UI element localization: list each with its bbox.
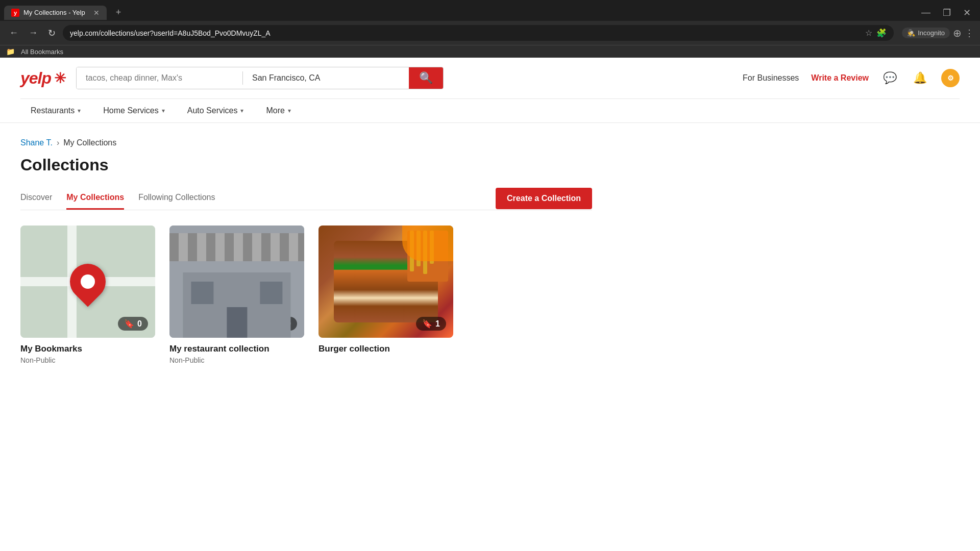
collections-grid: 🔖 0 My Bookmarks Non-Public	[20, 226, 592, 364]
tab-my-collections[interactable]: My Collections	[66, 187, 124, 210]
yelp-logo-star-icon: ✳	[54, 70, 66, 87]
tab-title: My Collections - Yelp	[23, 9, 85, 16]
new-tab-button[interactable]: +	[109, 4, 129, 21]
browser-tab-bar: y My Collections - Yelp ✕ + — ❐ ✕	[0, 0, 980, 21]
address-text: yelp.com/collections/user?userId=A8uJ5Bo…	[70, 29, 861, 37]
store-placeholder	[169, 226, 304, 338]
search-input[interactable]	[77, 67, 242, 89]
active-tab[interactable]: y My Collections - Yelp ✕	[4, 6, 107, 20]
breadcrumb-current: My Collections	[63, 138, 116, 147]
yelp-logo[interactable]: yelp ✳	[20, 69, 66, 88]
bookmark-icon: 🔖	[124, 319, 134, 329]
location-input[interactable]	[243, 67, 409, 89]
incognito-label: Incognito	[918, 29, 945, 37]
collection-bookmark-badge: 🔖 0	[118, 317, 148, 331]
notifications-button[interactable]: 🔔	[911, 69, 929, 87]
nav-label-auto-services: Auto Services	[187, 106, 238, 115]
bookmark-icon: 🔖	[422, 319, 432, 329]
tab-close-button[interactable]: ✕	[93, 9, 100, 17]
nav-label-home-services: Home Services	[103, 106, 158, 115]
star-icon[interactable]: ☆	[865, 28, 872, 38]
avatar-icon: ⚙	[947, 74, 954, 82]
collection-name: My restaurant collection	[169, 344, 304, 354]
forward-button[interactable]: →	[26, 26, 41, 40]
map-pin-circle	[63, 257, 113, 307]
chevron-down-icon: ▾	[162, 107, 165, 114]
collection-thumbnail: 🔖 1	[318, 226, 453, 338]
breadcrumb: Shane T. › My Collections	[20, 138, 592, 147]
tab-favicon: y	[11, 9, 19, 17]
breadcrumb-separator: ›	[57, 138, 59, 147]
bookmarks-label[interactable]: All Bookmarks	[21, 48, 63, 56]
collection-name: Burger collection	[318, 344, 453, 354]
close-button[interactable]: ✕	[958, 5, 976, 20]
reload-button[interactable]: ↻	[45, 26, 59, 41]
chevron-down-icon: ▾	[78, 107, 81, 114]
browser-menu-icon[interactable]: ⋮	[965, 28, 974, 39]
nav-item-auto-services[interactable]: Auto Services ▾	[177, 99, 254, 122]
site-header: yelp ✳ 🔍 For Businesses Write a Review 💬…	[0, 58, 980, 123]
nav-item-home-services[interactable]: Home Services ▾	[93, 99, 175, 122]
window-controls: — ❐ ✕	[916, 5, 980, 20]
collection-count: 1	[435, 319, 440, 329]
search-button[interactable]: 🔍	[409, 67, 443, 89]
site-nav: Restaurants ▾ Home Services ▾ Auto Servi…	[20, 98, 960, 122]
collection-bookmark-badge: 🔖 1	[416, 317, 446, 331]
tab-discover[interactable]: Discover	[20, 187, 52, 210]
chat-icon-button[interactable]: 💬	[881, 69, 899, 87]
map-pin-inner	[81, 274, 95, 289]
collection-privacy: Non-Public	[169, 356, 304, 364]
yelp-logo-text: yelp	[20, 69, 51, 88]
nav-item-restaurants[interactable]: Restaurants ▾	[20, 99, 91, 122]
header-top: yelp ✳ 🔍 For Businesses Write a Review 💬…	[20, 58, 960, 98]
bookmarks-bar: 📁 All Bookmarks	[0, 45, 980, 58]
browser-toolbar: ← → ↻ yelp.com/collections/user?userId=A…	[0, 21, 980, 45]
extensions-icon[interactable]: 🧩	[876, 28, 887, 38]
collection-count: 0	[137, 319, 142, 329]
incognito-icon: 🕵	[907, 29, 915, 37]
bookmarks-folder-icon: 📁	[6, 47, 15, 56]
back-button[interactable]: ←	[6, 26, 21, 40]
maximize-button[interactable]: ❐	[938, 5, 956, 20]
collection-card[interactable]: 🔖 1 Burger collection	[318, 226, 453, 364]
minimize-button[interactable]: —	[916, 5, 936, 20]
chat-icon: 💬	[883, 71, 897, 84]
create-collection-button[interactable]: Create a Collection	[496, 188, 592, 209]
search-icon: 🔍	[419, 71, 433, 85]
breadcrumb-user-link[interactable]: Shane T.	[20, 138, 53, 147]
write-review-link[interactable]: Write a Review	[811, 73, 869, 83]
profile-icon[interactable]: ⊕	[953, 27, 962, 39]
chevron-down-icon: ▾	[288, 107, 291, 114]
tab-following-collections[interactable]: Following Collections	[138, 187, 215, 210]
collection-card[interactable]: 🔖 0 My restaurant collection Non-Public	[169, 226, 304, 364]
map-pin	[70, 264, 106, 299]
browser-chrome: y My Collections - Yelp ✕ + — ❐ ✕ ← → ↻ …	[0, 0, 980, 58]
user-avatar[interactable]: ⚙	[941, 69, 960, 87]
chevron-down-icon: ▾	[240, 107, 243, 114]
for-businesses-link[interactable]: For Businesses	[743, 73, 799, 83]
search-form: 🔍	[76, 67, 444, 89]
collection-name: My Bookmarks	[20, 344, 155, 354]
address-bar[interactable]: yelp.com/collections/user?userId=A8uJ5Bo…	[63, 25, 894, 41]
collection-privacy: Non-Public	[20, 356, 155, 364]
bell-icon: 🔔	[913, 71, 927, 84]
incognito-badge: 🕵 Incognito	[902, 28, 950, 38]
main-content: Shane T. › My Collections Collections Di…	[0, 123, 612, 380]
nav-label-more: More	[266, 106, 284, 115]
nav-label-restaurants: Restaurants	[31, 106, 75, 115]
collection-thumbnail: 🔖 0	[169, 226, 304, 338]
collection-card[interactable]: 🔖 0 My Bookmarks Non-Public	[20, 226, 155, 364]
collection-thumbnail: 🔖 0	[20, 226, 155, 338]
toolbar-actions: 🕵 Incognito ⊕ ⋮	[902, 27, 974, 39]
tabs-row: Discover My Collections Following Collec…	[20, 187, 592, 210]
header-actions: For Businesses Write a Review 💬 🔔 ⚙	[743, 69, 960, 87]
address-bar-icons: ☆ 🧩	[865, 28, 887, 38]
page-title: Collections	[20, 156, 592, 174]
nav-item-more[interactable]: More ▾	[256, 99, 301, 122]
